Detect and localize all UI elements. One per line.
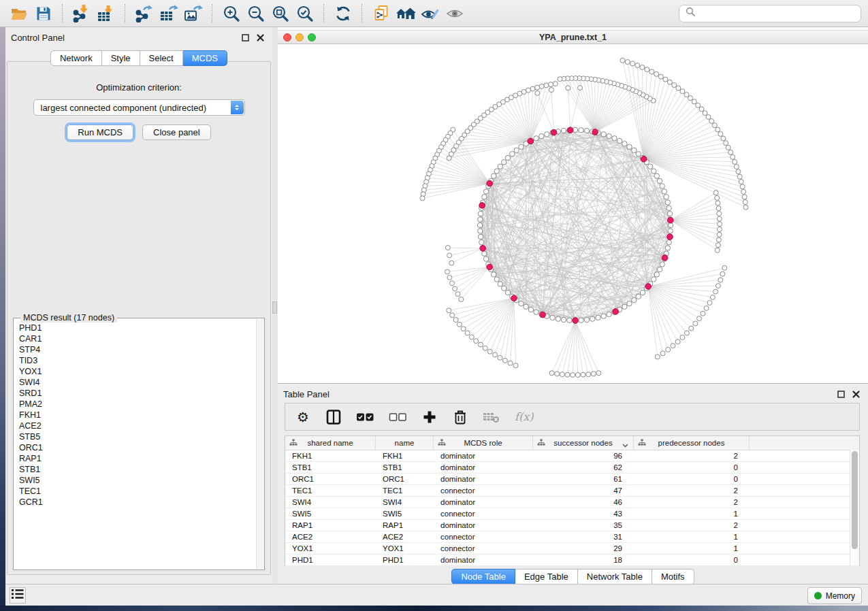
tab-edge-table[interactable]: Edge Table	[515, 569, 578, 584]
tab-select[interactable]: Select	[140, 50, 183, 66]
delete-column-icon[interactable]	[452, 408, 468, 426]
table-row[interactable]: SWI4SWI4dominator462	[285, 497, 859, 508]
zoom-in-icon[interactable]	[219, 3, 244, 24]
export-image-icon[interactable]	[181, 3, 206, 24]
column-header-predecessor-nodes[interactable]: predecessor nodes	[634, 436, 750, 450]
zoom-fit-icon[interactable]	[268, 3, 293, 24]
open-icon[interactable]	[7, 3, 31, 24]
cell-name: SWI5	[376, 508, 434, 519]
cell-predecessor-nodes: 2	[634, 520, 750, 531]
result-node-item[interactable]: SWI4	[19, 377, 256, 388]
result-node-item[interactable]: TID3	[19, 355, 256, 366]
result-node-item[interactable]: TEC1	[19, 486, 256, 497]
show-all-icon[interactable]	[443, 3, 467, 24]
mcds-panel: Optimization criterion: largest connecte…	[7, 61, 271, 575]
cell-mcds-role: connector	[434, 485, 533, 496]
result-node-item[interactable]: ACE2	[19, 420, 256, 431]
table-row[interactable]: ORC1ORC1dominator610	[285, 474, 859, 485]
table-row[interactable]: YOX1YOX1connector291	[285, 543, 859, 555]
save-icon[interactable]	[31, 3, 56, 24]
column-header-successor-nodes[interactable]: successor nodes	[533, 436, 634, 450]
import-table-icon[interactable]	[94, 3, 118, 24]
result-node-item[interactable]: STP4	[19, 344, 256, 355]
toolbar-separator	[361, 4, 363, 23]
table-row[interactable]: TEC1TEC1connector472	[285, 485, 859, 497]
result-node-item[interactable]: GCR1	[19, 497, 256, 508]
column-header-name[interactable]: name	[376, 436, 434, 450]
table-row[interactable]: RAP1RAP1dominator352	[285, 520, 859, 531]
memory-label: Memory	[826, 591, 855, 601]
toolbar-separator	[212, 4, 213, 23]
result-node-item[interactable]: PMA2	[19, 399, 256, 410]
tab-style[interactable]: Style	[102, 50, 140, 66]
export-table-icon[interactable]	[157, 3, 181, 24]
search-input[interactable]	[700, 7, 854, 19]
tab-network-table[interactable]: Network Table	[578, 569, 652, 584]
cell-shared-name: ACE2	[285, 531, 376, 542]
zoom-selected-icon[interactable]	[293, 3, 317, 24]
memory-button[interactable]: Memory	[807, 587, 862, 604]
panel-list-button[interactable]	[10, 587, 26, 604]
split-columns-icon[interactable]	[325, 408, 342, 426]
result-node-item[interactable]: SWI5	[19, 475, 256, 486]
import-network-icon[interactable]	[69, 3, 94, 24]
deselect-all-icon[interactable]	[389, 408, 407, 426]
result-node-item[interactable]: SRD1	[19, 388, 256, 399]
result-node-item[interactable]: RAP1	[19, 453, 256, 464]
hide-selected-icon[interactable]	[418, 3, 443, 24]
result-node-item[interactable]: YOX1	[19, 366, 256, 377]
column-header-shared-name[interactable]: shared name	[285, 436, 376, 450]
result-node-item[interactable]: CAR1	[19, 333, 256, 344]
tab-motifs[interactable]: Motifs	[652, 569, 694, 584]
cell-successor-nodes: 29	[533, 543, 634, 554]
select-all-icon[interactable]	[356, 408, 374, 426]
result-node-item[interactable]: PHD1	[19, 323, 256, 333]
first-neighbors-icon[interactable]	[393, 3, 418, 24]
table-scrollbar-thumb[interactable]	[852, 451, 858, 549]
table-row[interactable]: FKH1FKH1dominator962	[285, 450, 859, 462]
tab-node-table[interactable]: Node Table	[451, 569, 515, 584]
tab-network[interactable]: Network	[50, 50, 102, 66]
float-table-panel-icon[interactable]	[835, 389, 846, 399]
column-header-mcds-role[interactable]: MCDS role	[434, 436, 533, 450]
cell-mcds-role: dominator	[434, 497, 533, 508]
table-row[interactable]: STB1STB1dominator620	[285, 462, 859, 474]
table-row[interactable]: ACE2ACE2connector311	[285, 531, 859, 543]
search-box[interactable]	[679, 5, 861, 22]
criterion-dropdown[interactable]: largest connected component (undirected)	[33, 99, 245, 116]
mcds-result-box: MCDS result (17 nodes) PHD1CAR1STP4TID3Y…	[13, 318, 265, 570]
result-node-item[interactable]: STB5	[19, 431, 256, 442]
network-canvas[interactable]	[278, 45, 868, 383]
result-node-item[interactable]: FKH1	[19, 410, 256, 420]
duplicate-network-icon[interactable]	[369, 3, 393, 24]
float-panel-icon[interactable]	[240, 32, 251, 43]
table-panel-tabs: Node TableEdge TableNetwork TableMotifs	[451, 569, 694, 584]
table-scrollbar[interactable]	[850, 450, 859, 565]
result-node-item[interactable]: STB1	[19, 464, 256, 475]
table-row[interactable]: SWI5SWI5connector431	[285, 508, 859, 520]
close-table-panel-icon[interactable]	[850, 389, 861, 399]
refresh-icon[interactable]	[331, 3, 355, 24]
close-panel-button[interactable]: Close panel	[142, 125, 211, 140]
table-panel-title: Table Panel	[283, 389, 329, 399]
tab-mcds[interactable]: MCDS	[183, 50, 227, 66]
status-bar: Memory	[5, 584, 868, 606]
cell-name: FKH1	[376, 450, 434, 461]
cell-name: TEC1	[376, 485, 434, 496]
zoom-out-icon[interactable]	[244, 3, 268, 24]
gear-icon[interactable]: ⚙	[295, 408, 311, 426]
close-panel-icon[interactable]	[255, 32, 266, 43]
splitter-handle[interactable]	[272, 301, 277, 314]
network-title: YPA_prune.txt_1	[278, 33, 868, 42]
export-network-icon[interactable]	[132, 3, 157, 24]
result-scrollbar[interactable]	[256, 319, 263, 569]
function-builder-icon-glyph: f(x)	[515, 410, 533, 423]
run-mcds-button[interactable]: Run MCDS	[67, 125, 133, 140]
cell-mcds-role: connector	[434, 508, 533, 519]
add-column-icon[interactable]	[421, 408, 438, 426]
cell-mcds-role: connector	[434, 531, 533, 542]
cell-successor-nodes: 43	[533, 508, 634, 519]
result-node-item[interactable]: ORC1	[19, 442, 256, 453]
table-row[interactable]: PHD1PHD1dominator180	[285, 555, 859, 566]
main-area: YPA_prune.txt_1 Table Panel ⚙f(x) shared…	[278, 27, 868, 584]
